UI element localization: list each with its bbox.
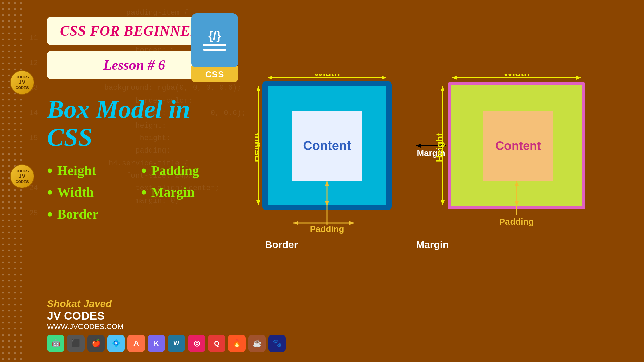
box-model-diagrams: Content Width Height Padding Border [255, 74, 644, 308]
svg-marker-29 [452, 76, 457, 80]
page-title: Box Model in CSS [47, 95, 221, 151]
svg-marker-11 [256, 200, 260, 205]
svg-text:Padding: Padding [499, 217, 534, 227]
icon-android: 🤖 [47, 335, 64, 352]
svg-marker-22 [416, 144, 421, 148]
avatar-1: CODES JV CODES [10, 70, 34, 95]
bullet-list: Height Padding Width Margin Border [47, 161, 221, 223]
svg-text:Height: Height [434, 133, 445, 162]
bullet-width: Width [47, 183, 127, 201]
icon-windows: ⬛ [67, 335, 85, 352]
svg-marker-7 [382, 76, 386, 80]
svg-marker-30 [576, 76, 581, 80]
avatar-2: CODES JV CODES [10, 164, 34, 188]
svg-text:Content: Content [303, 139, 351, 153]
css-icon-line2 [203, 49, 226, 51]
css-icon-curly: {/} [208, 28, 221, 43]
svg-text:Width: Width [503, 74, 530, 78]
svg-text:Height: Height [255, 133, 260, 162]
svg-marker-34 [441, 200, 445, 205]
svg-marker-6 [268, 76, 272, 80]
svg-marker-15 [349, 221, 354, 225]
bullet-margin: Margin [141, 183, 221, 201]
title-text-2: Lesson # 6 [103, 57, 165, 73]
icon-podcast: ◎ [188, 335, 205, 352]
icon-swift: A [127, 335, 145, 352]
svg-marker-10 [256, 86, 260, 91]
svg-text:Padding: Padding [310, 224, 344, 234]
svg-marker-14 [293, 221, 298, 225]
css-icon-line1 [203, 44, 226, 46]
icon-apple: 🍎 [87, 335, 105, 352]
bullet-height: Height [47, 161, 127, 180]
svg-marker-33 [441, 86, 445, 91]
right-panel: Content Width Height Padding Border [235, 0, 644, 362]
bullet-padding: Padding [141, 161, 221, 180]
icon-kotlin: K [148, 335, 165, 352]
icon-wordpress: W [168, 335, 185, 352]
svg-text:Width: Width [314, 74, 340, 78]
svg-text:Content: Content [495, 139, 541, 153]
icon-flutter: 💠 [107, 335, 125, 352]
bullet-border: Border [47, 205, 127, 223]
title-text-1: CSS for Beginners [60, 23, 208, 39]
svg-text:Margin: Margin [416, 239, 449, 250]
svg-text:Border: Border [265, 239, 298, 250]
icon-other1: Q [208, 335, 225, 352]
css-icon-label: CSS [191, 66, 238, 82]
